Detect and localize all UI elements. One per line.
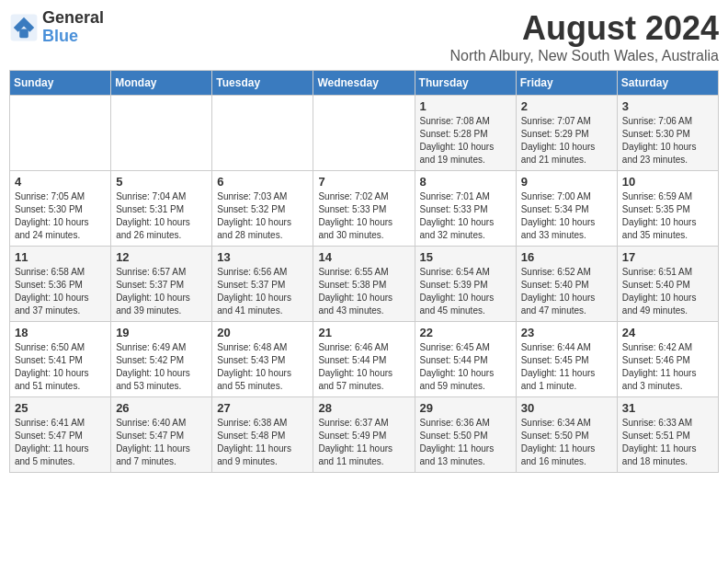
- calendar-cell-w1-d3: [212, 96, 313, 171]
- main-title: August 2024: [449, 9, 719, 48]
- calendar-cell-w3-d5: 15Sunrise: 6:54 AM Sunset: 5:39 PM Dayli…: [415, 247, 516, 322]
- calendar-cell-w1-d2: [111, 96, 212, 171]
- day-info: Sunrise: 6:37 AM Sunset: 5:49 PM Dayligh…: [318, 417, 409, 468]
- day-number: 11: [15, 250, 106, 264]
- day-number: 24: [622, 326, 713, 339]
- calendar-cell-w5-d1: 25Sunrise: 6:41 AM Sunset: 5:47 PM Dayli…: [10, 397, 111, 473]
- calendar-cell-w2-d2: 5Sunrise: 7:04 AM Sunset: 5:31 PM Daylig…: [111, 171, 212, 247]
- calendar-cell-w3-d4: 14Sunrise: 6:55 AM Sunset: 5:38 PM Dayli…: [313, 247, 415, 322]
- header-day-saturday: Saturday: [617, 71, 718, 96]
- day-info: Sunrise: 6:44 AM Sunset: 5:45 PM Dayligh…: [521, 341, 612, 393]
- day-info: Sunrise: 7:02 AM Sunset: 5:33 PM Dayligh…: [318, 190, 409, 242]
- header-day-tuesday: Tuesday: [212, 71, 313, 96]
- calendar-cell-w2-d3: 6Sunrise: 7:03 AM Sunset: 5:32 PM Daylig…: [212, 171, 313, 247]
- header-day-wednesday: Wednesday: [313, 71, 415, 96]
- day-info: Sunrise: 6:41 AM Sunset: 5:47 PM Dayligh…: [15, 417, 106, 468]
- calendar-cell-w4-d5: 22Sunrise: 6:45 AM Sunset: 5:44 PM Dayli…: [415, 322, 516, 397]
- day-number: 6: [217, 175, 308, 189]
- day-info: Sunrise: 7:05 AM Sunset: 5:30 PM Dayligh…: [15, 190, 106, 242]
- calendar-week-1: 1Sunrise: 7:08 AM Sunset: 5:28 PM Daylig…: [10, 96, 719, 171]
- calendar-cell-w1-d5: 1Sunrise: 7:08 AM Sunset: 5:28 PM Daylig…: [415, 96, 516, 171]
- calendar-cell-w4-d6: 23Sunrise: 6:44 AM Sunset: 5:45 PM Dayli…: [516, 322, 617, 397]
- day-number: 17: [622, 250, 713, 264]
- day-number: 16: [521, 250, 612, 264]
- day-number: 9: [521, 175, 612, 189]
- day-number: 12: [116, 250, 207, 264]
- day-info: Sunrise: 6:57 AM Sunset: 5:37 PM Dayligh…: [116, 266, 207, 317]
- day-info: Sunrise: 6:42 AM Sunset: 5:46 PM Dayligh…: [622, 341, 713, 393]
- day-number: 3: [622, 99, 713, 113]
- day-number: 26: [116, 401, 207, 415]
- day-number: 5: [116, 175, 207, 189]
- header-day-sunday: Sunday: [10, 71, 111, 96]
- calendar-cell-w1-d7: 3Sunrise: 7:06 AM Sunset: 5:30 PM Daylig…: [617, 96, 718, 171]
- calendar-cell-w5-d5: 29Sunrise: 6:36 AM Sunset: 5:50 PM Dayli…: [415, 397, 516, 473]
- day-info: Sunrise: 7:06 AM Sunset: 5:30 PM Dayligh…: [622, 115, 713, 167]
- day-number: 19: [116, 326, 207, 339]
- day-info: Sunrise: 6:54 AM Sunset: 5:39 PM Dayligh…: [420, 266, 511, 317]
- calendar-table: SundayMondayTuesdayWednesdayThursdayFrid…: [9, 70, 719, 473]
- calendar-cell-w2-d5: 8Sunrise: 7:01 AM Sunset: 5:33 PM Daylig…: [415, 171, 516, 247]
- day-number: 22: [420, 326, 511, 339]
- day-info: Sunrise: 6:46 AM Sunset: 5:44 PM Dayligh…: [318, 341, 409, 393]
- day-number: 4: [15, 175, 106, 189]
- day-info: Sunrise: 6:49 AM Sunset: 5:42 PM Dayligh…: [116, 341, 207, 393]
- day-number: 23: [521, 326, 612, 339]
- calendar-cell-w1-d1: [10, 96, 111, 171]
- calendar-cell-w5-d2: 26Sunrise: 6:40 AM Sunset: 5:47 PM Dayli…: [111, 397, 212, 473]
- day-number: 14: [318, 250, 409, 264]
- day-number: 31: [622, 401, 713, 415]
- title-block: August 2024 North Albury, New South Wale…: [449, 9, 719, 64]
- calendar-body: 1Sunrise: 7:08 AM Sunset: 5:28 PM Daylig…: [10, 96, 719, 473]
- day-number: 27: [217, 401, 308, 415]
- subtitle: North Albury, New South Wales, Australia: [449, 48, 719, 64]
- day-info: Sunrise: 6:52 AM Sunset: 5:40 PM Dayligh…: [521, 266, 612, 317]
- day-info: Sunrise: 6:33 AM Sunset: 5:51 PM Dayligh…: [622, 417, 713, 468]
- day-info: Sunrise: 6:50 AM Sunset: 5:41 PM Dayligh…: [15, 341, 106, 393]
- day-info: Sunrise: 6:55 AM Sunset: 5:38 PM Dayligh…: [318, 266, 409, 317]
- calendar-cell-w2-d1: 4Sunrise: 7:05 AM Sunset: 5:30 PM Daylig…: [10, 171, 111, 247]
- logo-icon: [9, 13, 39, 42]
- logo: General Blue: [9, 9, 104, 46]
- calendar-cell-w3-d7: 17Sunrise: 6:51 AM Sunset: 5:40 PM Dayli…: [617, 247, 718, 322]
- calendar-cell-w4-d3: 20Sunrise: 6:48 AM Sunset: 5:43 PM Dayli…: [212, 322, 313, 397]
- day-info: Sunrise: 6:56 AM Sunset: 5:37 PM Dayligh…: [217, 266, 308, 317]
- header-day-friday: Friday: [516, 71, 617, 96]
- day-number: 20: [217, 326, 308, 339]
- day-number: 10: [622, 175, 713, 189]
- calendar-cell-w4-d4: 21Sunrise: 6:46 AM Sunset: 5:44 PM Dayli…: [313, 322, 415, 397]
- day-number: 29: [420, 401, 511, 415]
- calendar-cell-w3-d1: 11Sunrise: 6:58 AM Sunset: 5:36 PM Dayli…: [10, 247, 111, 322]
- day-info: Sunrise: 6:45 AM Sunset: 5:44 PM Dayligh…: [420, 341, 511, 393]
- day-info: Sunrise: 6:36 AM Sunset: 5:50 PM Dayligh…: [420, 417, 511, 468]
- day-info: Sunrise: 6:51 AM Sunset: 5:40 PM Dayligh…: [622, 266, 713, 317]
- day-number: 30: [521, 401, 612, 415]
- day-info: Sunrise: 6:59 AM Sunset: 5:35 PM Dayligh…: [622, 190, 713, 242]
- calendar-cell-w5-d4: 28Sunrise: 6:37 AM Sunset: 5:49 PM Dayli…: [313, 397, 415, 473]
- day-number: 8: [420, 175, 511, 189]
- day-number: 7: [318, 175, 409, 189]
- calendar-week-2: 4Sunrise: 7:05 AM Sunset: 5:30 PM Daylig…: [10, 171, 719, 247]
- calendar-cell-w3-d2: 12Sunrise: 6:57 AM Sunset: 5:37 PM Dayli…: [111, 247, 212, 322]
- svg-rect-2: [19, 29, 28, 38]
- calendar-cell-w1-d6: 2Sunrise: 7:07 AM Sunset: 5:29 PM Daylig…: [516, 96, 617, 171]
- page-header: General Blue August 2024 North Albury, N…: [9, 9, 719, 64]
- day-info: Sunrise: 6:38 AM Sunset: 5:48 PM Dayligh…: [217, 417, 308, 468]
- day-info: Sunrise: 7:07 AM Sunset: 5:29 PM Dayligh…: [521, 115, 612, 167]
- calendar-cell-w4-d1: 18Sunrise: 6:50 AM Sunset: 5:41 PM Dayli…: [10, 322, 111, 397]
- calendar-cell-w2-d4: 7Sunrise: 7:02 AM Sunset: 5:33 PM Daylig…: [313, 171, 415, 247]
- calendar-cell-w4-d7: 24Sunrise: 6:42 AM Sunset: 5:46 PM Dayli…: [617, 322, 718, 397]
- logo-text: General Blue: [42, 9, 104, 46]
- calendar-week-5: 25Sunrise: 6:41 AM Sunset: 5:47 PM Dayli…: [10, 397, 719, 473]
- day-number: 15: [420, 250, 511, 264]
- calendar-cell-w5-d6: 30Sunrise: 6:34 AM Sunset: 5:50 PM Dayli…: [516, 397, 617, 473]
- day-info: Sunrise: 6:40 AM Sunset: 5:47 PM Dayligh…: [116, 417, 207, 468]
- day-info: Sunrise: 6:34 AM Sunset: 5:50 PM Dayligh…: [521, 417, 612, 468]
- day-number: 13: [217, 250, 308, 264]
- calendar-cell-w5-d3: 27Sunrise: 6:38 AM Sunset: 5:48 PM Dayli…: [212, 397, 313, 473]
- day-number: 21: [318, 326, 409, 339]
- calendar-cell-w4-d2: 19Sunrise: 6:49 AM Sunset: 5:42 PM Dayli…: [111, 322, 212, 397]
- day-info: Sunrise: 6:48 AM Sunset: 5:43 PM Dayligh…: [217, 341, 308, 393]
- day-number: 2: [521, 99, 612, 113]
- calendar-cell-w3-d6: 16Sunrise: 6:52 AM Sunset: 5:40 PM Dayli…: [516, 247, 617, 322]
